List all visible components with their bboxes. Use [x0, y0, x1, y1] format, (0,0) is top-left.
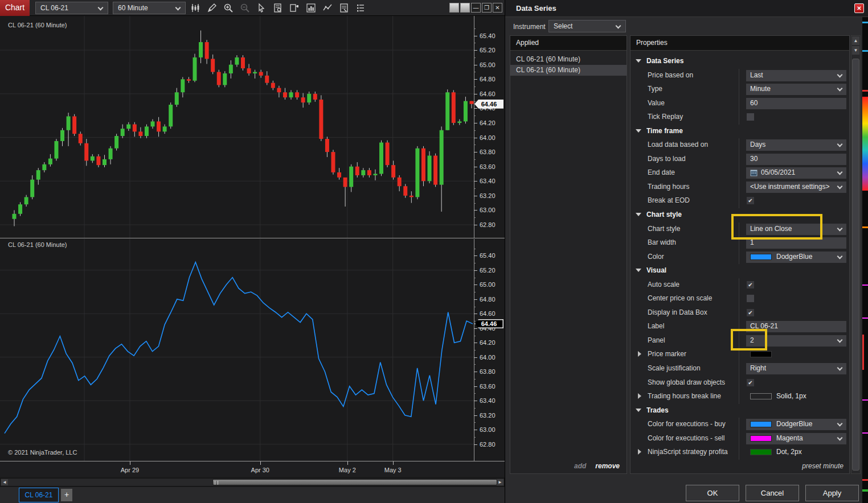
zoom-in-icon[interactable] — [222, 1, 235, 15]
script-editor-icon[interactable] — [338, 1, 350, 15]
property-dropdown[interactable]: Last — [746, 70, 846, 81]
close-window-icon[interactable]: ✕ — [493, 3, 502, 13]
drawing-tools-icon[interactable] — [206, 1, 218, 15]
property-row-type[interactable]: TypeMinute — [630, 83, 849, 97]
add-series-button[interactable]: add — [574, 462, 586, 470]
scrollbar-thumb[interactable] — [212, 479, 497, 485]
property-row-trading-hours-break-line[interactable]: Trading hours break lineSolid, 1px — [630, 390, 849, 404]
property-style-value[interactable]: Solid, 1px — [746, 391, 846, 402]
cancel-button[interactable]: Cancel — [746, 485, 799, 501]
property-row-color-for-executions-sell[interactable]: Color for executions - sellMagenta — [630, 432, 849, 446]
property-dropdown[interactable]: Right — [746, 363, 846, 374]
window-snap-icon[interactable] — [449, 3, 459, 13]
chart-menu-button[interactable]: Chart — [0, 0, 30, 16]
property-dropdown[interactable]: Days — [746, 139, 846, 151]
minimize-icon[interactable]: — — [471, 3, 481, 13]
remove-series-button[interactable]: remove — [595, 462, 620, 470]
background-window-fragment — [862, 432, 868, 434]
window-pin-icon[interactable] — [460, 3, 470, 13]
properties-icon[interactable] — [354, 1, 367, 15]
property-style-value[interactable] — [746, 349, 846, 360]
expand-triangle-icon[interactable] — [638, 393, 641, 399]
price-tick-minor — [474, 422, 476, 423]
section-data-series[interactable]: Data Series — [630, 55, 849, 69]
property-row-trading-hours[interactable]: Trading hours<Use instrument settings> — [630, 180, 849, 195]
applied-series-item[interactable]: CL 06-21 (60 Minute) — [510, 54, 627, 65]
time-tick-label: Apr 30 — [251, 467, 269, 473]
property-row-auto-scale[interactable]: Auto scale✔ — [630, 278, 849, 292]
property-row-tick-replay[interactable]: Tick Replay — [630, 110, 849, 125]
property-row-break-at-eod[interactable]: Break at EOD✔ — [630, 194, 849, 208]
section-visual[interactable]: Visual — [630, 264, 849, 278]
interval-selector[interactable]: 60 Minute — [113, 2, 186, 14]
chart-plot-area[interactable]: 65.4065.2065.0064.8064.6064.4064.2064.00… — [0, 16, 505, 461]
property-row-value[interactable]: Value60 — [630, 97, 849, 111]
zoom-out-icon[interactable] — [239, 1, 251, 15]
ok-button[interactable]: OK — [686, 485, 739, 501]
property-row-color-for-executions-buy[interactable]: Color for executions - buyDodgerBlue — [630, 418, 849, 432]
property-dropdown[interactable]: DodgerBlue — [746, 252, 846, 263]
horizontal-scrollbar[interactable]: ◄ ► — [0, 478, 505, 486]
property-row-scale-justification[interactable]: Scale justificationRight — [630, 362, 849, 376]
instrument-select-dropdown[interactable]: Select — [548, 20, 626, 32]
property-row-center-price-on-scale[interactable]: Center price on scale — [630, 292, 849, 306]
property-row-ninjascript-strategy-profita[interactable]: NinjaScript strategy profitaDot, 2px — [630, 446, 849, 460]
preset-link[interactable]: preset minute — [802, 462, 844, 470]
property-row-color[interactable]: ColorDodgerBlue — [630, 250, 849, 265]
property-style-value[interactable]: Dot, 2px — [746, 447, 846, 458]
add-tab-button[interactable]: + — [61, 489, 72, 501]
property-dropdown[interactable]: <Use instrument settings> — [746, 182, 846, 193]
collapse-triangle-icon[interactable] — [636, 409, 641, 412]
property-dropdown[interactable]: DodgerBlue — [746, 419, 846, 430]
section-trades[interactable]: Trades — [630, 404, 849, 418]
background-window-fragment — [862, 50, 868, 52]
property-row-end-date[interactable]: End date05/05/2021 — [630, 166, 849, 180]
collapse-triangle-icon[interactable] — [636, 269, 641, 272]
chart-tab[interactable]: CL 06-21 — [19, 488, 59, 502]
scrollbar-thumb[interactable] — [852, 59, 859, 471]
chart-trader-icon[interactable] — [288, 1, 301, 15]
checkbox-checked[interactable]: ✔ — [747, 379, 754, 386]
candlestick-panel — [0, 16, 474, 238]
dialog-close-icon[interactable]: ✕ — [854, 3, 864, 13]
property-row-load-data-based-on[interactable]: Load data based onDays — [630, 138, 849, 152]
scroll-down-icon[interactable]: ▼ — [852, 46, 859, 55]
time-tick — [130, 461, 130, 465]
properties-header: Properties — [630, 36, 849, 51]
cursor-icon[interactable] — [255, 1, 268, 15]
data-box-icon[interactable] — [272, 1, 284, 15]
checkbox-checked[interactable]: ✔ — [747, 281, 754, 288]
strategies-icon[interactable] — [321, 1, 334, 15]
maximize-icon[interactable]: ❐ — [482, 3, 492, 13]
property-label: Panel — [648, 336, 738, 344]
checkbox-unchecked[interactable] — [747, 295, 754, 302]
expand-triangle-icon[interactable] — [638, 351, 641, 357]
scroll-right-icon[interactable]: ► — [497, 479, 503, 485]
chart-style-icon[interactable] — [189, 1, 202, 15]
collapse-triangle-icon[interactable] — [636, 129, 641, 133]
property-input[interactable]: 60 — [746, 98, 846, 109]
checkbox-checked[interactable]: ✔ — [747, 309, 754, 316]
property-row-show-global-draw-objects[interactable]: Show global draw objects✔ — [630, 376, 849, 390]
property-dropdown[interactable]: Minute — [746, 84, 846, 95]
property-dropdown[interactable]: Magenta — [746, 433, 846, 444]
price-tick-label: 65.00 — [480, 281, 496, 288]
scroll-left-icon[interactable]: ◄ — [1, 479, 8, 485]
collapse-triangle-icon[interactable] — [636, 59, 641, 63]
instrument-selector[interactable]: CL 06-21 — [35, 2, 108, 14]
indicators-icon[interactable] — [305, 1, 317, 15]
property-row-days-to-load[interactable]: Days to load30 — [630, 152, 849, 167]
checkbox-unchecked[interactable] — [747, 113, 754, 121]
collapse-triangle-icon[interactable] — [636, 213, 641, 216]
scroll-up-icon[interactable]: ▲ — [852, 36, 859, 45]
checkbox-checked[interactable]: ✔ — [747, 197, 754, 204]
property-dropdown[interactable]: 05/05/2021 — [746, 167, 846, 179]
property-input[interactable]: 30 — [746, 154, 846, 165]
section-time-frame[interactable]: Time frame — [630, 125, 849, 139]
applied-series-item[interactable]: CL 06-21 (60 Minute) — [510, 65, 627, 76]
expand-triangle-icon[interactable] — [638, 449, 641, 455]
apply-button[interactable]: Apply — [805, 485, 859, 501]
property-row-display-in-data-box[interactable]: Display in Data Box✔ — [630, 306, 849, 320]
property-row-price-based-on[interactable]: Price based onLast — [630, 69, 849, 83]
properties-scrollbar[interactable]: ▲ ▼ — [851, 35, 861, 474]
